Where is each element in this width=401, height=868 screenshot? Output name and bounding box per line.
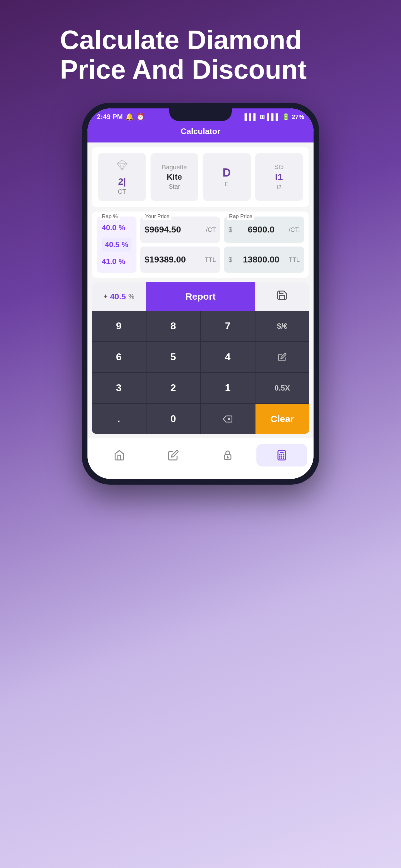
clarity-top-label: SI3 <box>274 163 283 170</box>
app-title: Calculator <box>180 127 220 136</box>
your-price-ttl: $19389.00 TTL <box>140 247 221 273</box>
rap-ttl-dollar: $ <box>228 256 232 264</box>
pct-40-5[interactable]: 40.5 % <box>102 238 132 251</box>
prices-section: Rap % 40.0 % 40.5 % 41.0 % Your Price $9… <box>92 212 309 278</box>
btn-edit[interactable] <box>256 342 309 372</box>
btn-1[interactable]: 1 <box>201 373 255 403</box>
color-selector[interactable]: D E <box>203 153 251 201</box>
page-title: Calculate Diamond Price And Discount <box>60 25 341 84</box>
time: 2:49 PM <box>97 113 123 121</box>
rap-price-ttl-unit: TTL <box>289 256 300 264</box>
svg-line-3 <box>122 164 125 170</box>
percent-display: + 40.5 % <box>92 282 146 311</box>
btn-half-x[interactable]: 0.5X <box>256 373 309 403</box>
btn-6[interactable]: 6 <box>92 342 146 372</box>
percent-value-display: 40.5 <box>110 292 126 302</box>
btn-8[interactable]: 8 <box>146 311 201 341</box>
shape-top-label: Baguette <box>162 164 187 171</box>
rap-dollar-sign: $ <box>228 226 232 234</box>
svg-marker-0 <box>117 160 127 170</box>
btn-0[interactable]: 0 <box>146 404 201 434</box>
battery-icon: 🔋 <box>282 113 290 121</box>
clarity-selector[interactable]: SI3 I1 I2 <box>255 153 303 201</box>
calc-controls: + 40.5 % Report <box>92 282 309 434</box>
btn-backspace[interactable] <box>201 404 255 434</box>
diamond-icon <box>116 159 128 174</box>
nav-home[interactable] <box>94 444 145 466</box>
signal-icon: ▌▌▌ <box>244 114 258 121</box>
nav-deal[interactable] <box>202 444 253 466</box>
phone-frame: 2:49 PM 🔔 ⏰ ▌▌▌ ⊞ ▌▌▌ 🔋 27% Calculator <box>82 103 319 485</box>
pct-40[interactable]: 40.0 % <box>102 221 132 235</box>
clock-icon: ⏰ <box>136 113 144 121</box>
nav-calculator[interactable] <box>257 444 308 466</box>
battery-percent: 27% <box>292 114 304 121</box>
ct-value: 2| <box>118 176 126 187</box>
save-button[interactable] <box>255 282 309 311</box>
plus-sign: + <box>103 292 107 301</box>
color-value: D <box>223 166 231 179</box>
rap-price-ttl-amount: 13800.00 <box>243 255 279 265</box>
btn-9[interactable]: 9 <box>92 311 146 341</box>
nav-edit[interactable] <box>148 444 199 466</box>
alarm-icon: 🔔 <box>125 113 134 121</box>
ct-label: CT <box>118 188 126 195</box>
selector-section: 2| CT Baguette Kite Star D E SI3 I1 I2 <box>92 147 309 207</box>
bottom-nav <box>88 438 313 479</box>
color-sub-label: E <box>225 181 229 188</box>
your-price-label: Your Price <box>143 213 171 220</box>
rap-price-label: Rap Price <box>227 213 254 220</box>
pct-41[interactable]: 41.0 % <box>102 255 132 269</box>
numpad: 9 8 7 $/€ 6 5 4 3 2 1 0.5X <box>92 311 309 434</box>
btn-7[interactable]: 7 <box>201 311 255 341</box>
btn-3[interactable]: 3 <box>92 373 146 403</box>
signal2-icon: ▌▌▌ <box>267 114 280 121</box>
notch <box>169 108 232 121</box>
rap-price-ttl: $ 13800.00 TTL <box>224 247 304 273</box>
your-price-ct-amount: $9694.50 <box>144 225 181 235</box>
shape-selector[interactable]: Baguette Kite Star <box>151 153 199 201</box>
percent-symbol: % <box>128 292 135 301</box>
rap-price-ct-amount: 6900.0 <box>248 225 274 235</box>
wifi-icon: ⊞ <box>260 113 265 121</box>
rap-price-ct: Rap Price $ 6900.0 /CT. <box>224 217 304 243</box>
your-price-ct: Your Price $9694.50 /CT <box>140 217 221 243</box>
app-header: Calculator <box>88 123 313 143</box>
svg-line-2 <box>120 164 122 170</box>
clarity-value: I1 <box>275 172 283 183</box>
ct-selector[interactable]: 2| CT <box>98 153 146 201</box>
phone-inner: 2:49 PM 🔔 ⏰ ▌▌▌ ⊞ ▌▌▌ 🔋 27% Calculator <box>88 108 313 479</box>
shape-sub-label: Star <box>169 183 180 190</box>
your-price-ttl-unit: TTL <box>205 256 216 264</box>
clarity-sub-label: I2 <box>276 184 282 191</box>
your-price-ttl-amount: $19389.00 <box>144 255 186 265</box>
rap-percent-label: Rap % <box>100 213 120 220</box>
clear-button[interactable]: Clear <box>256 404 309 434</box>
shape-value: Kite <box>167 172 182 182</box>
save-icon <box>276 290 288 303</box>
btn-dot[interactable]: . <box>92 404 146 434</box>
btn-currency[interactable]: $/€ <box>256 311 309 341</box>
rap-price-ct-unit: /CT. <box>289 226 300 234</box>
your-price-ct-unit: /CT <box>206 226 216 234</box>
btn-2[interactable]: 2 <box>146 373 201 403</box>
svg-point-6 <box>227 457 228 458</box>
btn-4[interactable]: 4 <box>201 342 255 372</box>
rap-percent-col: Rap % 40.0 % 40.5 % 41.0 % <box>97 217 136 273</box>
btn-5[interactable]: 5 <box>146 342 201 372</box>
report-button[interactable]: Report <box>146 282 255 311</box>
